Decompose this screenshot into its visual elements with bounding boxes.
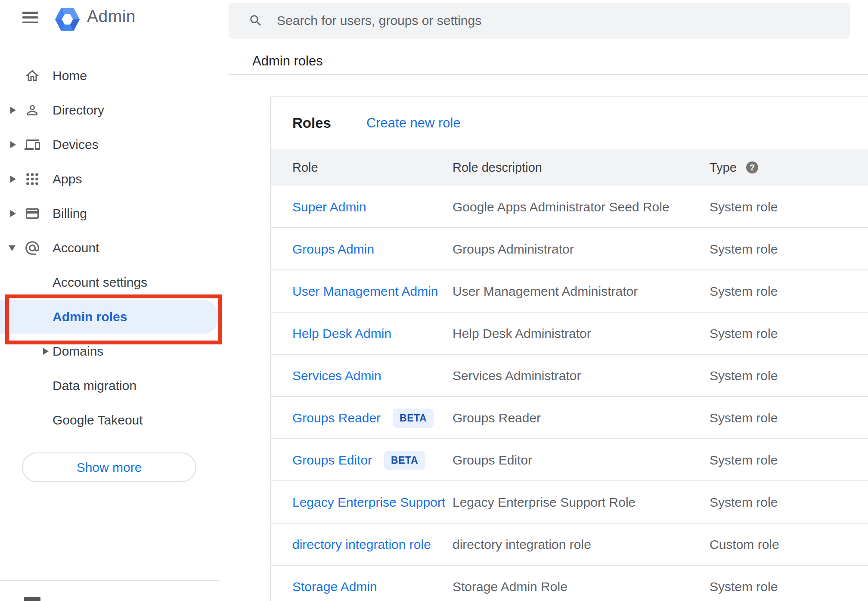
role-description: directory integration role — [453, 524, 591, 566]
role-description: Legacy Enterprise Support Role — [453, 481, 636, 524]
sidebar-item-label: Home — [53, 68, 87, 83]
table-row[interactable]: Services Admin Services Administrator Sy… — [271, 355, 868, 397]
beta-badge: BETA — [393, 409, 434, 428]
menu-icon[interactable] — [22, 12, 38, 23]
role-description: Groups Reader — [453, 397, 541, 439]
table-row[interactable]: directory integration role directory int… — [271, 524, 868, 566]
admin-console: Admin Home Directory Devices — [0, 0, 868, 601]
role-type: System role — [710, 228, 778, 270]
sidebar-item-directory[interactable]: Directory — [0, 93, 228, 127]
sidebar-item-label: Google Takeout — [53, 413, 143, 428]
table-header-row: Role Role description Type ? — [271, 149, 868, 186]
role-link[interactable]: directory integration role — [292, 537, 431, 552]
role-type: System role — [710, 355, 778, 397]
role-type: System role — [710, 270, 778, 313]
chevron-down-icon — [9, 245, 16, 251]
role-link[interactable]: Services Admin — [292, 369, 381, 383]
role-type: System role — [710, 397, 778, 439]
search-input[interactable] — [277, 13, 850, 28]
roles-card-header: Roles Create new role — [271, 97, 868, 149]
role-link[interactable]: Legacy Enterprise Support — [292, 495, 445, 510]
sidebar-item-label: Data migration — [53, 378, 136, 393]
chevron-right-icon — [10, 210, 16, 217]
sidebar-divider — [0, 580, 220, 581]
role-link[interactable]: Super Admin — [292, 200, 366, 214]
apps-grid-icon — [24, 171, 40, 187]
sidebar-item-home[interactable]: Home — [0, 59, 228, 93]
role-type: System role — [710, 481, 778, 524]
role-link[interactable]: Groups Reader — [292, 411, 381, 425]
sidebar-item-admin-roles[interactable]: Admin roles — [0, 300, 220, 334]
role-type: System role — [710, 439, 778, 481]
search-bar[interactable] — [229, 3, 850, 39]
role-link[interactable]: User Management Admin — [292, 284, 438, 299]
search-icon — [248, 13, 263, 28]
header-divider — [228, 74, 868, 75]
sidebar-item-label: Account settings — [53, 275, 147, 290]
table-row[interactable]: Legacy Enterprise Support Legacy Enterpr… — [271, 481, 868, 524]
sidebar-item-label: Admin roles — [53, 310, 127, 324]
role-description: Help Desk Administrator — [453, 313, 591, 355]
role-description: Google Apps Administrator Seed Role — [453, 186, 670, 228]
table-row[interactable]: Groups Reader BETA Groups Reader System … — [271, 397, 868, 439]
sidebar-item-label: Billing — [53, 206, 87, 221]
role-type: Custom role — [710, 524, 779, 566]
table-row[interactable]: Groups Admin Groups Administrator System… — [271, 228, 868, 270]
role-description: Groups Administrator — [453, 228, 574, 270]
role-type: System role — [710, 186, 778, 228]
table-row[interactable]: Groups Editor BETA Groups Editor System … — [271, 439, 868, 481]
column-header-description: Role description — [453, 149, 542, 186]
card-title: Roles — [292, 115, 331, 131]
chevron-right-icon — [10, 176, 16, 183]
role-description: Services Administrator — [453, 355, 581, 397]
role-type: System role — [710, 313, 778, 355]
role-description: Storage Admin Role — [453, 566, 567, 601]
chevron-right-icon — [10, 107, 16, 114]
sidebar-item-label: Apps — [53, 172, 82, 186]
clipped-bottom-icon — [24, 597, 40, 601]
sidebar-item-account-settings[interactable]: Account settings — [0, 265, 228, 300]
sidebar-item-label: Devices — [53, 137, 99, 152]
breadcrumb: Admin roles — [252, 53, 323, 69]
role-link[interactable]: Help Desk Admin — [292, 326, 391, 341]
sidebar-item-billing[interactable]: Billing — [0, 196, 228, 231]
table-row[interactable]: Super Admin Google Apps Administrator Se… — [271, 186, 868, 228]
admin-logo-icon — [55, 8, 80, 31]
sidebar-item-devices[interactable]: Devices — [0, 127, 228, 162]
role-link[interactable]: Groups Editor — [292, 453, 372, 468]
table-row[interactable]: Storage Admin Storage Admin Role System … — [271, 566, 868, 601]
role-link[interactable]: Storage Admin — [292, 579, 377, 594]
at-sign-icon — [24, 240, 40, 256]
beta-badge: BETA — [384, 451, 425, 470]
sidebar-item-google-takeout[interactable]: Google Takeout — [0, 403, 228, 437]
show-more-button[interactable]: Show more — [22, 452, 196, 482]
sidebar-item-label: Account — [53, 241, 99, 255]
product-name: Admin — [87, 7, 136, 26]
role-link[interactable]: Groups Admin — [292, 242, 374, 257]
roles-card: Roles Create new role Role Role descript… — [270, 96, 868, 601]
create-new-role-link[interactable]: Create new role — [366, 115, 461, 131]
role-description: Groups Editor — [453, 439, 532, 481]
role-type: System role — [710, 566, 778, 601]
chevron-right-icon — [43, 348, 49, 355]
sidebar-item-domains[interactable]: Domains — [0, 334, 228, 369]
column-header-role: Role — [292, 149, 318, 186]
table-row[interactable]: Help Desk Admin Help Desk Administrator … — [271, 313, 868, 355]
sidebar-item-apps[interactable]: Apps — [0, 162, 228, 196]
devices-icon — [24, 136, 40, 153]
credit-card-icon — [24, 205, 40, 222]
sidebar-item-account[interactable]: Account — [0, 231, 228, 265]
help-icon[interactable]: ? — [746, 161, 758, 173]
home-icon — [24, 68, 40, 84]
sidebar-nav: Home Directory Devices — [0, 59, 228, 437]
sidebar-item-label: Directory — [53, 103, 104, 118]
sidebar-item-data-migration[interactable]: Data migration — [0, 369, 228, 403]
sidebar-item-label: Domains — [53, 344, 103, 359]
person-icon — [24, 102, 40, 118]
column-header-type: Type ? — [710, 149, 758, 186]
role-description: User Management Administrator — [453, 270, 638, 313]
table-row[interactable]: User Management Admin User Management Ad… — [271, 270, 868, 313]
chevron-right-icon — [10, 141, 16, 148]
